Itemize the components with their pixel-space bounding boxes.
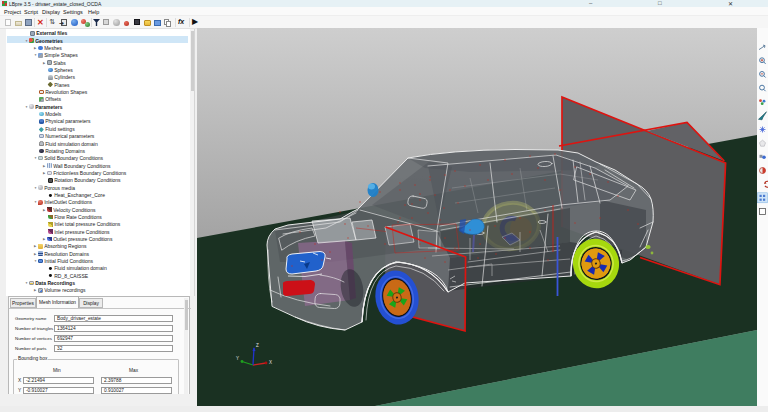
svg-text:Y: Y (236, 356, 239, 361)
svg-text:Z: Z (256, 343, 259, 348)
svg-text:X: X (269, 360, 272, 365)
